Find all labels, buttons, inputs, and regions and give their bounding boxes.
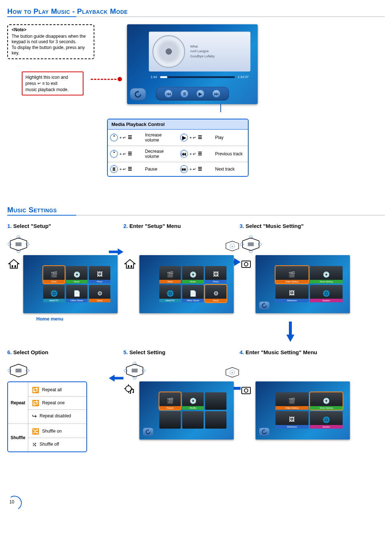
step-6-title: Select Option (13, 349, 48, 355)
menu-tile[interactable]: 🎬Repeat (159, 392, 181, 410)
media-playback-table: Media Playback Control ˄+ ↵ Increase vol… (107, 119, 249, 177)
menu-tile[interactable]: 🖼Photo (205, 266, 226, 283)
page-number: 10 (7, 496, 22, 510)
exit-tip-l1: Highlight this icon and (25, 74, 80, 81)
repeat-icon: 🔂 (32, 400, 39, 406)
exit-tip-l2: press ↵ ≡ to exit (25, 81, 80, 87)
step-3: 3. Select "Music Setting" 🎬Video Setting… (240, 223, 341, 313)
repeat-icon: ↪ (32, 413, 37, 420)
menu-tile[interactable]: 🖼Slideshow (275, 411, 309, 429)
back-button[interactable] (143, 428, 153, 436)
menu-tile[interactable]: 🎬Video Setting (275, 266, 309, 283)
menu-tile[interactable]: 💿Shuffle (182, 392, 204, 410)
svg-rect-7 (128, 265, 129, 267)
music-player-screenshot: What Avril Lavigne Goodbye Lullaby 1:44 … (127, 24, 258, 104)
pause-button[interactable]: ⏸ (180, 90, 188, 98)
section-title-music-settings: Music Settings (7, 206, 385, 216)
option-item[interactable]: ⤮Shuffle off (28, 438, 86, 451)
back-button[interactable] (130, 88, 146, 101)
exit-tip-l3: music playback mode. (25, 87, 80, 93)
shuffle-icon: ⤮ (32, 441, 37, 448)
next-track-button[interactable]: ⏭ (212, 90, 220, 98)
menu-tile[interactable]: 💿Music Setting (310, 392, 343, 410)
svg-rect-31 (242, 387, 250, 394)
prev-track-button[interactable]: ⏮ (164, 90, 172, 98)
music-settings-icon (123, 384, 136, 397)
menu-tile[interactable]: ⚙Setup (89, 285, 110, 302)
svg-text:↵: ↵ (232, 245, 233, 248)
select-setting-screen: 🎬Repeat💿Shuffle (139, 381, 234, 440)
back-button[interactable] (259, 428, 269, 436)
menu-tile-empty (182, 411, 204, 429)
menu-tile[interactable]: 🖼Slideshow (275, 285, 309, 302)
repeat-icon: 🔁 (32, 387, 39, 393)
options-table: Repeat🔁Repeat all🔂Repeat one↪Repeat disa… (7, 381, 87, 452)
connector-line (220, 104, 221, 112)
table-row: ˅+ ↵ Decrease volume⏮+ ↵ Previous track (108, 146, 248, 162)
menu-tile[interactable]: 🎬Video (159, 266, 181, 283)
dash-connector (91, 79, 120, 80)
table-row: ⏸+ ↵ Pause⏭+ ↵ Next track (108, 162, 248, 176)
enter-music-setting-screen: 🎬Video Setting💿Music Setting🖼Slideshow🌐S… (256, 381, 350, 440)
option-item[interactable]: 🔁Repeat all (28, 384, 86, 397)
option-item[interactable]: ↪Repeat disabled (28, 410, 86, 422)
home-menu-screen: 🎬Video💿Music🖼Photo🌐Web/FTP📄Office Viewer… (23, 255, 118, 313)
step-5: 5. Select Setting 🎬Repeat💿Shuffle (123, 349, 225, 440)
menu-tile-empty (159, 411, 181, 429)
svg-rect-25 (132, 369, 138, 372)
control-icon: ⏮ (180, 150, 188, 158)
nav-cube-icon (7, 236, 30, 253)
step-5-title: Select Setting (129, 349, 165, 355)
cd-disc-icon (152, 35, 185, 68)
note-body: The button guide disappears when the key… (12, 34, 90, 56)
menu-tile[interactable]: 💿Music Setting (310, 266, 343, 283)
media-table-header: Media Playback Control (108, 119, 248, 130)
track-title: What (190, 44, 215, 49)
option-item[interactable]: 🔂Repeat one (28, 397, 86, 410)
svg-rect-6 (15, 265, 16, 267)
control-icon: ˄ (110, 134, 118, 142)
menu-tile[interactable]: 🌐System (310, 285, 343, 302)
menu-tile-empty (205, 392, 226, 410)
exit-tip-box: Highlight this icon and press ↵ ≡ to exi… (22, 71, 83, 95)
arrow-left-icon (109, 373, 123, 383)
table-row: ˄+ ↵ Increase volume▶+ ↵ Play (108, 130, 248, 146)
section-title-playback: How to Play Music - Playback Mode (7, 7, 385, 17)
nav-cube-enter-icon: ↵ (224, 365, 241, 379)
elapsed-time: 1:44 (151, 75, 157, 79)
menu-tile[interactable]: 🌐Web/FTP (159, 285, 181, 302)
progress-track[interactable] (160, 76, 235, 78)
play-button[interactable]: ▶ (196, 90, 204, 98)
note-title: <Note> (12, 27, 90, 33)
control-icon: ˅ (110, 150, 118, 158)
svg-rect-15 (248, 242, 254, 246)
step-2-title: Enter "Setup" Menu (129, 223, 181, 229)
menu-tile[interactable]: 💿Music (66, 266, 87, 283)
shuffle-icon: 🔀 (32, 428, 39, 435)
step-1-num: 1. (7, 223, 12, 229)
svg-rect-8 (131, 265, 132, 267)
nav-cube-enter-icon: ↵ (224, 239, 241, 253)
svg-point-27 (130, 392, 131, 394)
menu-tile[interactable]: ⚙Setup (205, 285, 226, 302)
menu-tile[interactable]: 📄Office Viewer (182, 285, 204, 302)
nav-cube-icon (123, 362, 146, 379)
menu-tile[interactable]: 🖼Photo (89, 266, 110, 283)
menu-tile[interactable]: 💿Music (182, 266, 204, 283)
step-1-title: Select "Setup" (13, 223, 51, 229)
settings-icon (240, 384, 253, 397)
menu-tile[interactable]: 📄Office Viewer (66, 285, 87, 302)
step-6-num: 6. (7, 349, 12, 355)
back-button[interactable] (259, 302, 269, 310)
menu-tile[interactable]: 🎬Video (43, 266, 65, 283)
step-2: 2. Enter "Setup" Menu 🎬Video💿Music🖼Photo… (123, 223, 225, 313)
step-4: 4. Enter "Music Setting" Menu 🎬Video Set… (240, 349, 341, 440)
menu-tile[interactable]: 🎬Video Setting (275, 392, 309, 410)
option-item[interactable]: 🔀Shuffle on (28, 425, 86, 438)
control-icon: ▶ (180, 134, 188, 142)
menu-tile[interactable]: 🌐System (310, 411, 343, 429)
track-artist: Avril Lavigne (190, 49, 215, 54)
menu-tile[interactable]: 🌐Web/FTP (43, 285, 65, 302)
track-album: Goodbye Lullaby (190, 54, 215, 59)
music-setting-screen: 🎬Video Setting💿Music Setting🖼Slideshow🌐S… (256, 255, 350, 313)
